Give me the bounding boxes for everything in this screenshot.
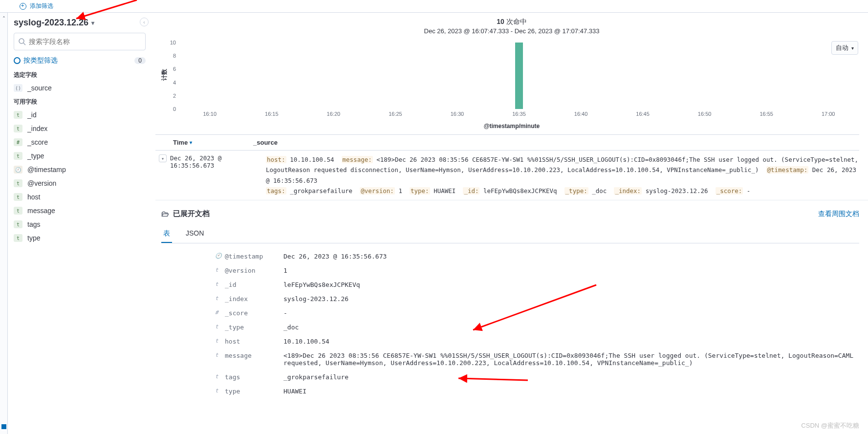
field-row[interactable]: ⟨⟩_source [14,81,146,95]
doc-field-row: 🕘 @timestamp Dec 26, 2023 @ 16:35:56.673 [215,249,859,263]
field-type-icon: t [215,281,225,288]
field-name: tags [27,220,40,228]
field-name: message [27,207,55,215]
column-source-label: _source [253,139,278,146]
x-tick: 16:45 [636,111,650,117]
field-type-icon: 🕘 [215,253,225,260]
index-pattern-name: syslog-2023.12.26 [14,18,88,28]
doc-field-value: Dec 26, 2023 @ 16:35:56.673 [283,253,859,260]
type-string-icon: t [14,179,22,187]
column-source[interactable]: _source [253,139,859,146]
doc-field-name: _type [225,324,283,331]
time-range-text: Dec 26, 2023 @ 16:07:47.333 - Dec 26, 20… [424,27,600,35]
column-time-label: Time [173,139,188,146]
field-name: _source [27,84,52,92]
tab-table-label: 表 [163,229,170,237]
field-row[interactable]: t_index [14,122,146,135]
x-tick: 16:25 [389,111,402,117]
rail-indicator [1,424,6,429]
type-string-icon: t [14,125,22,132]
search-icon [18,38,26,45]
view-surrounding-link[interactable]: 查看周围文档 [818,210,859,218]
hit-count: 10 [497,18,504,25]
x-tick: 16:20 [327,111,341,117]
index-pattern-selector[interactable]: syslog-2023.12.26 ▾ [14,18,146,28]
field-row[interactable]: ttype [14,231,146,245]
field-type-icon: t [215,267,225,274]
type-source-icon: ⟨⟩ [14,84,22,92]
doc-tabs: 表 JSON [161,225,859,243]
field-row[interactable]: t_type [14,149,146,163]
available-fields-label: 可用字段 [14,98,146,106]
filter-by-type-label: 按类型筛选 [23,56,58,65]
histogram-bar[interactable] [515,43,523,109]
add-filter-label: 添加筛选 [30,2,53,9]
column-time[interactable]: Time ▾ [155,139,253,146]
field-row[interactable]: 🕘@timestamp [14,163,146,176]
type-string-icon: t [14,234,22,242]
field-row[interactable]: thost [14,190,146,204]
y-tick: 6 [173,66,176,72]
x-tick: 16:15 [265,111,279,117]
field-row[interactable]: tmessage [14,204,146,217]
selected-fields-label: 选定字段 [14,71,146,79]
sort-desc-icon: ▾ [190,140,192,145]
field-name: type [27,234,40,242]
y-tick: 0 [173,106,176,112]
plus-circle-icon [20,3,26,10]
tab-table[interactable]: 表 [161,225,172,243]
rail: ˄ [0,13,8,434]
field-name: @timestamp [27,166,66,174]
type-string-icon: t [14,152,22,160]
expanded-doc-panel: 🗁 已展开文档 查看周围文档 表 JSON 🕘 @timestamp Dec 2… [161,209,859,398]
field-row[interactable]: ttags [14,217,146,231]
discover-content: 10 次命中 Dec 26, 2023 @ 16:07:47.333 - Dec… [152,13,868,434]
row-timestamp: Dec 26, 2023 @ 16:35:56.673 [170,154,266,196]
tab-json-label: JSON [186,229,204,237]
x-tick: 16:35 [512,111,526,117]
field-row[interactable]: #_score [14,135,146,149]
doc-field-name: type [225,388,283,395]
y-tick: 10 [170,40,176,45]
doc-field-value: - [283,309,859,317]
filter-by-type[interactable]: 按类型筛选 0 [14,54,146,67]
doc-field-value: leFEpYwBQs8exJCPKEVq [283,281,859,288]
collapse-sidebar-button[interactable]: ‹ [140,18,149,26]
doc-field-name: message [225,352,283,367]
row-expand-toggle[interactable]: ▾ [155,154,170,196]
doc-field-row: t message <189>Dec 26 2023 08:35:56 CE68… [215,348,859,370]
svg-point-0 [19,39,24,43]
add-filter-button[interactable]: 添加筛选 [20,2,53,10]
field-search[interactable] [14,33,146,50]
doc-field-row: t tags _grokparsefailure [215,370,859,384]
field-type-icon: t [215,324,225,331]
chevron-up-icon[interactable]: ˄ [2,16,5,22]
field-type-icon: t [215,352,225,367]
doc-field-row: # _score - [215,306,859,320]
doc-field-value: _grokparsefailure [283,373,859,381]
doc-field-name: host [225,338,283,345]
svg-line-1 [23,43,25,45]
field-row[interactable]: t@version [14,176,146,190]
y-tick: 4 [173,80,176,86]
field-name: _id [27,111,37,119]
doc-field-value: 1 [283,267,859,274]
doc-field-row: t _index syslog-2023.12.26 [215,292,859,306]
field-row[interactable]: t_id [14,108,146,122]
doc-field-name: @timestamp [225,253,283,260]
row-source: host: 10.10.100.54 message: <189>Dec 26 … [266,154,859,196]
field-search-input[interactable] [29,38,141,45]
chevron-down-icon: ▾ [159,154,167,162]
type-number-icon: # [14,138,22,146]
doc-field-name: _id [225,281,283,288]
doc-field-row: t _id leFEpYwBQs8exJCPKEVq [215,278,859,292]
x-tick: 16:40 [574,111,588,117]
doc-field-value: 10.10.100.54 [283,338,859,345]
type-string-icon: t [14,111,22,119]
doc-field-row: t host 10.10.100.54 [215,334,859,348]
field-name: _type [27,152,44,160]
histogram-chart[interactable]: 计数 0246810 16:1016:1516:2016:2516:3016:3… [159,39,859,122]
field-type-icon: # [215,309,225,317]
x-tick: 16:55 [760,111,773,117]
tab-json[interactable]: JSON [184,225,206,243]
